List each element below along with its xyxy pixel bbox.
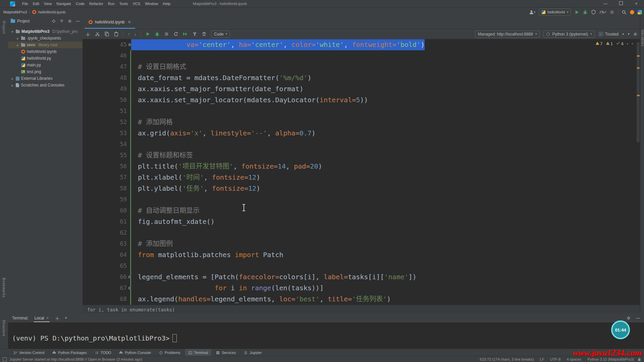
menu-run[interactable]: Run [106, 2, 117, 6]
hide-panel-icon[interactable]: — [76, 19, 80, 23]
tree-item-scratches-and-consoles[interactable]: ▸Scratches and Consoles [8, 82, 83, 88]
terminal-tabs-dropdown-icon[interactable]: ▾ [65, 316, 67, 320]
code-line[interactable]: 45 va='center', ha='center', color='whit… [83, 39, 640, 50]
tree-chevron-icon[interactable]: ▸ [11, 77, 14, 80]
menu-view[interactable]: View [42, 2, 54, 6]
code-line[interactable]: 49ax.xaxis.set_major_formatter(date_form… [83, 83, 640, 95]
code-line[interactable]: 51 [83, 106, 640, 117]
stripe-bookmarks-button[interactable]: Bookmarks [2, 278, 6, 298]
tree-item-matplotlibpro3[interactable]: ▾MatplotlibPro3D:\python_pro [8, 28, 83, 35]
code-text[interactable]: # 添加图例 [131, 238, 173, 249]
stripe-structure-button[interactable]: Structure [2, 320, 6, 337]
breadcrumb-file[interactable]: helloWorld.ipynb [38, 10, 65, 14]
tool-button-python-packages[interactable]: Python Packages [49, 349, 90, 356]
code-line[interactable]: 46 [83, 50, 640, 61]
code-text[interactable]: # 设置日期格式 [131, 61, 186, 72]
cell-type-select[interactable]: Code▾ [211, 31, 230, 38]
tree-item-helloworld-py[interactable]: helloWorld.py [8, 55, 83, 62]
terminal-output[interactable]: (venv) PS D:\python_pro\MatplotlibPro3> [8, 323, 644, 342]
terminal-tab-local[interactable]: Local ✕ [34, 316, 50, 322]
tree-item--ipynb-checkpoints[interactable]: ▸.ipynb_checkpoints [8, 35, 83, 42]
kernel-select[interactable]: Python 3 (ipykernel)▾ [543, 31, 595, 38]
code-line[interactable]: 50ax.xaxis.set_major_locator(mdates.DayL… [83, 95, 640, 106]
menu-navigate[interactable]: Navigate [54, 2, 73, 6]
code-line[interactable]: 62 [83, 227, 640, 238]
code-line[interactable]: 52# 添加网格 [83, 117, 640, 128]
tool-button-python-console[interactable]: Python Console [116, 349, 154, 356]
tree-chevron-icon[interactable]: ▾ [11, 30, 14, 34]
code-text[interactable]: ax.xaxis.set_major_formatter(date_format… [131, 83, 304, 95]
code-text[interactable] [131, 106, 138, 117]
cut-cell-button[interactable] [95, 32, 100, 37]
trusted-checkbox[interactable]: ✓ Trusted [599, 32, 619, 37]
code-text[interactable] [131, 260, 138, 272]
code-text[interactable] [131, 227, 138, 238]
code-line[interactable]: 54 [83, 139, 640, 150]
menu-vcs[interactable]: VCS [130, 2, 143, 6]
expand-all-cells-icon[interactable]: ▾ [628, 32, 630, 36]
tree-item-venv[interactable]: ▸venvlibrary root [8, 42, 83, 48]
event-log-icon[interactable] [3, 357, 7, 361]
code-text[interactable]: legend_elements = [Patch(facecolor=color… [131, 272, 417, 283]
menu-tools[interactable]: Tools [117, 2, 130, 6]
code-line[interactable]: 61fig.autofmt_xdate() [83, 216, 640, 227]
menu-file[interactable]: File [20, 2, 31, 6]
menu-help[interactable]: Help [160, 2, 173, 6]
terminal-settings-gear-icon[interactable] [627, 316, 631, 320]
tool-button-services[interactable]: Services [213, 349, 239, 356]
tree-chevron-icon[interactable]: ▸ [16, 43, 19, 47]
code-text[interactable]: fig.autofmt_xdate() [131, 216, 215, 227]
tool-button-todo[interactable]: TODO [92, 349, 115, 356]
code-text[interactable]: ax.legend(handles=legend_elements, loc='… [131, 294, 391, 305]
debug-cell-button[interactable] [155, 32, 160, 37]
code-text[interactable]: # 添加网格 [131, 117, 173, 128]
paste-cell-button[interactable] [114, 32, 119, 37]
code-editor[interactable]: 7 1 4 ▾ ▾ 45 va='center', ha='center', c… [83, 39, 640, 305]
add-cell-button[interactable]: ＋ [85, 30, 91, 38]
close-tab-icon[interactable]: ✕ [128, 20, 131, 24]
code-text[interactable]: for i in range(len(tasks))] [131, 283, 324, 294]
code-text[interactable] [131, 139, 138, 150]
tool-button-terminal[interactable]: Terminal [185, 349, 212, 356]
hide-terminal-icon[interactable]: — [636, 316, 640, 320]
menu-window[interactable]: Window [143, 2, 160, 6]
run-button[interactable] [574, 10, 579, 15]
code-text[interactable]: # 自动调整日期显示 [131, 205, 200, 216]
code-line[interactable]: 56plt.title('项目开发甘特图', fontsize=14, pad=… [83, 161, 640, 172]
copy-cell-button[interactable] [104, 32, 109, 37]
code-line[interactable]: 64from matplotlib.patches import Patch [83, 249, 640, 260]
jupyter-server-select[interactable]: Managed: http://localhost:8888▾ [475, 31, 540, 38]
code-line[interactable]: 58plt.ylabel('任务', fontsize=12) [83, 183, 640, 194]
code-text[interactable] [131, 194, 138, 205]
run-cell-button[interactable] [145, 32, 150, 37]
code-text[interactable]: date_format = mdates.DateFormatter('%m/%… [131, 72, 312, 83]
minimize-button[interactable]: — [598, 1, 613, 6]
code-line[interactable]: 65 [83, 260, 640, 272]
code-text[interactable]: plt.xlabel('时间', fontsize=12) [131, 172, 260, 183]
code-line[interactable]: 66legend_elements = [Patch(facecolor=col… [83, 272, 640, 283]
code-text[interactable]: plt.title('项目开发甘特图', fontsize=14, pad=20… [131, 161, 322, 172]
tree-chevron-icon[interactable]: ▸ [16, 37, 19, 40]
project-settings-gear-icon[interactable] [68, 19, 72, 23]
debug-button[interactable] [583, 10, 588, 15]
tree-item-helloworld-ipynb[interactable]: helloWorld.ipynb [8, 48, 83, 55]
code-line[interactable]: 53ax.grid(axis='x', linestyle='--', alph… [83, 128, 640, 139]
commit-author-icon[interactable]: ▾ [529, 10, 536, 15]
stripe-variables-button[interactable]: Variables [641, 30, 644, 47]
tree-chevron-icon[interactable]: ▸ [11, 83, 14, 87]
profiler-button[interactable]: ▾ [599, 10, 606, 15]
stripe-project-button[interactable]: Project [2, 21, 6, 34]
menu-edit[interactable]: Edit [31, 2, 42, 6]
collapse-all-icon[interactable] [60, 19, 64, 23]
code-with-me-icon[interactable] [638, 10, 642, 14]
breadcrumb-project[interactable]: MatplotlibPro3 [3, 10, 27, 14]
code-line[interactable]: 60# 自动调整日期显示 [83, 205, 640, 216]
code-line[interactable]: 63# 添加图例 [83, 238, 640, 249]
code-line[interactable]: 48date_format = mdates.DateFormatter('%m… [83, 72, 640, 83]
menu-code[interactable]: Code [73, 2, 87, 6]
status-message[interactable]: Jupyter Server started at http://localho… [9, 357, 142, 361]
menu-refactor[interactable]: Refactor [87, 2, 106, 6]
search-everywhere-icon[interactable] [622, 10, 627, 15]
tree-item-test-png[interactable]: test.png [8, 68, 83, 75]
select-opened-file-icon[interactable] [52, 19, 56, 23]
